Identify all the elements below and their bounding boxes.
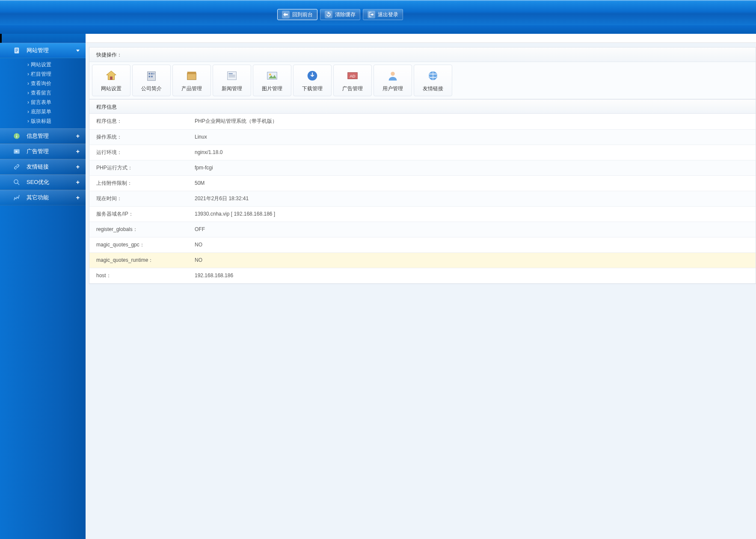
clear-cache-label: 清除缓存 [335, 11, 356, 18]
submenu-item-0-4[interactable]: 留言表单 [0, 98, 86, 107]
flink-icon [426, 69, 440, 83]
logout-label: 退出登录 [378, 11, 398, 18]
info-row-7: register_globals： OFF [89, 222, 756, 237]
info-value: OFF [188, 222, 756, 237]
back-to-front-label: 回到前台 [292, 11, 313, 18]
quick-item-company[interactable]: 公司简介 [132, 65, 171, 96]
info-row-8: magic_quotes_gpc： NO [89, 237, 756, 252]
topbar: 回到前台 清除缓存 退出登录 [0, 0, 756, 26]
menu-head-0[interactable]: 网站管理 [0, 43, 86, 58]
menu-head-label: 网站管理 [27, 47, 49, 54]
quick-item-label: 图片管理 [262, 85, 282, 92]
info-value: 50M [188, 175, 756, 191]
ad-icon [12, 147, 21, 156]
info-row-4: 上传附件限制： 50M [89, 175, 756, 191]
submenu-item-0-0[interactable]: 网站设置 [0, 60, 86, 69]
quick-item-label: 产品管理 [181, 85, 202, 92]
svg-rect-1 [15, 49, 18, 49]
quick-item-flink[interactable]: 友情链接 [414, 65, 452, 96]
doc-icon [12, 46, 21, 55]
info-value: fpm-fcgi [188, 160, 756, 175]
quick-item-label: 广告管理 [342, 85, 363, 92]
logout-icon [368, 11, 375, 18]
quick-item-label: 公司简介 [141, 85, 162, 92]
info-row-6: 服务器域名/IP： 13930.cnha.vip [ 192.168.168.1… [89, 206, 756, 222]
seo-icon [12, 178, 21, 187]
info-key: 上传附件限制： [89, 175, 188, 191]
quick-item-label: 新闻管理 [222, 85, 242, 92]
back-to-front-button[interactable]: 回到前台 [277, 9, 317, 20]
info-value: 13930.cnha.vip [ 192.168.168.186 ] [188, 206, 756, 222]
menu-head-4[interactable]: SEO优化 + [0, 175, 86, 190]
chevron-down-icon [76, 50, 80, 52]
plus-icon: + [76, 148, 80, 155]
svg-rect-17 [148, 76, 150, 77]
svg-rect-16 [154, 73, 154, 74]
menu-head-5[interactable]: 其它功能 + [0, 190, 86, 205]
quick-ops-title: 快捷操作： [89, 47, 756, 62]
quick-item-label: 下载管理 [302, 85, 323, 92]
svg-text:AD: AD [350, 74, 355, 78]
submenu-item-0-1[interactable]: 栏目管理 [0, 69, 86, 79]
svg-point-9 [14, 180, 18, 184]
plus-icon: + [76, 133, 80, 139]
menu-head-label: 信息管理 [27, 132, 49, 140]
submenu-item-0-2[interactable]: 查看询价 [0, 79, 86, 88]
download-icon [305, 69, 319, 83]
refresh-icon [325, 11, 332, 18]
info-row-3: PHP运行方式： fpm-fcgi [89, 160, 756, 175]
home-icon [104, 69, 118, 83]
news-icon [225, 69, 239, 83]
logout-button[interactable]: 退出登录 [363, 9, 403, 20]
info-key: host： [89, 268, 188, 283]
svg-rect-20 [187, 71, 196, 74]
info-key: 操作系统： [89, 129, 188, 145]
product-icon [185, 69, 199, 83]
info-key: 现在时间： [89, 191, 188, 206]
image-icon [265, 69, 279, 83]
info-key: 服务器域名/IP： [89, 206, 188, 222]
svg-rect-23 [229, 75, 235, 75]
clear-cache-button[interactable]: 清除缓存 [320, 9, 360, 20]
plus-icon: + [76, 163, 80, 170]
quick-item-image[interactable]: 图片管理 [253, 65, 291, 96]
submenu-item-0-3[interactable]: 查看留言 [0, 88, 86, 98]
info-key: register_globals： [89, 222, 188, 237]
info-value: nginx/1.18.0 [188, 145, 756, 160]
quick-item-adm[interactable]: AD 广告管理 [333, 65, 372, 96]
quick-item-user[interactable]: 用户管理 [374, 65, 412, 96]
menu-head-label: 广告管理 [27, 148, 49, 155]
info-value: 192.168.168.186 [188, 268, 756, 283]
quick-item-download[interactable]: 下载管理 [293, 65, 332, 96]
submenu-item-0-6[interactable]: 版块标题 [0, 116, 86, 126]
svg-rect-24 [229, 76, 235, 77]
menu-head-2[interactable]: 广告管理 + [0, 144, 86, 159]
info-key: magic_quotes_runtime： [89, 252, 188, 268]
menu-head-3[interactable]: 友情链接 + [0, 159, 86, 175]
svg-rect-15 [151, 73, 153, 74]
info-value: NO [188, 252, 756, 268]
app-root: 回到前台 清除缓存 退出登录 网站管理 网站设置栏目管理查看询价查看留言留言表单… [0, 0, 756, 539]
link-icon [12, 162, 21, 172]
quick-item-label: 用户管理 [382, 85, 403, 92]
quick-item-home[interactable]: 网站设置 [92, 65, 130, 96]
info-table: 程序信息： PHP企业网站管理系统（带手机版）操作系统： Linux运行环境： … [89, 114, 756, 284]
info-row-5: 现在时间： 2021年2月6日 18:32:41 [89, 191, 756, 206]
quick-item-product[interactable]: 产品管理 [172, 65, 211, 96]
other-icon [12, 193, 21, 202]
svg-rect-3 [15, 51, 17, 52]
submenu-item-0-5[interactable]: 底部菜单 [0, 107, 86, 116]
svg-point-26 [269, 73, 271, 75]
svg-rect-14 [148, 73, 150, 74]
back-icon [282, 11, 290, 18]
plus-icon: + [76, 179, 80, 186]
menu-head-1[interactable]: 信息管理 + [0, 128, 86, 144]
svg-rect-6 [16, 134, 17, 135]
panel: 快捷操作： 网站设置 公司简介 产品管理 新闻管理 图片管理 下载管理AD 广告… [89, 47, 756, 284]
info-value: Linux [188, 129, 756, 145]
quick-item-news[interactable]: 新闻管理 [213, 65, 251, 96]
info-row-10: host： 192.168.168.186 [89, 268, 756, 283]
menu-head-label: 友情链接 [27, 163, 49, 171]
info-row-1: 操作系统： Linux [89, 129, 756, 145]
quick-grid: 网站设置 公司简介 产品管理 新闻管理 图片管理 下载管理AD 广告管理 用户管… [89, 62, 756, 99]
